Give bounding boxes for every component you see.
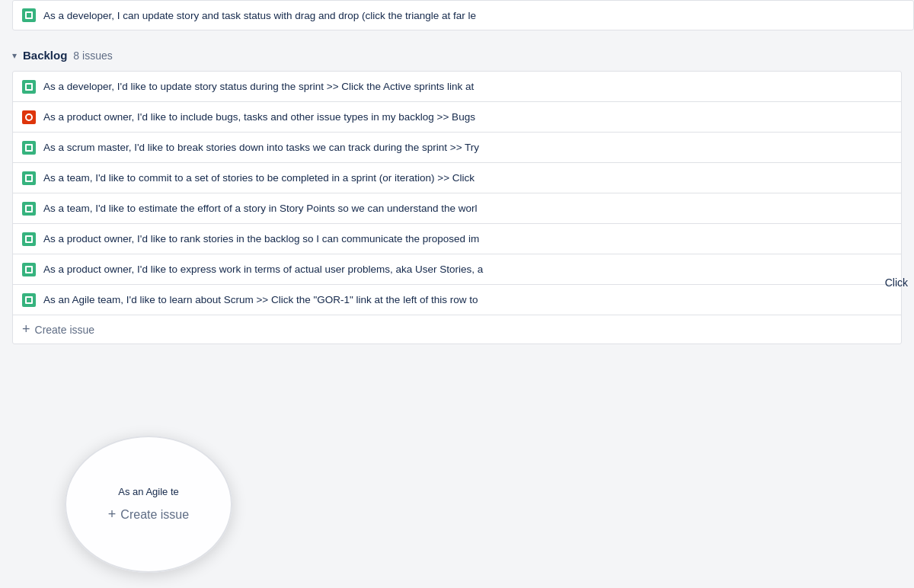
top-partial-issue-row[interactable]: As a developer, I can update story and t… xyxy=(12,0,914,30)
page-container: As a developer, I can update story and t… xyxy=(0,0,914,588)
story-icon-1 xyxy=(22,80,36,94)
issue-row-4[interactable]: As a team, I'd like to commit to a set o… xyxy=(13,163,901,193)
issue-row-6[interactable]: As a product owner, I'd like to rank sto… xyxy=(13,224,901,254)
story-icon-7 xyxy=(22,263,36,276)
bug-icon-2 xyxy=(22,110,36,124)
story-icon-4 xyxy=(22,171,36,185)
story-icon xyxy=(22,8,36,22)
spotlight-create-issue: + Create issue xyxy=(108,507,189,522)
story-icon-3 xyxy=(22,141,36,155)
story-icon-inner-3 xyxy=(25,144,33,152)
click-label: Click xyxy=(879,273,914,292)
spotlight-circle: As an Agile te + Create issue xyxy=(65,436,232,573)
issue-row-5[interactable]: As a team, I'd like to estimate the effo… xyxy=(13,193,901,224)
create-issue-plus-icon: + xyxy=(22,321,30,337)
spotlight-hint-text: As an Agile te xyxy=(106,486,191,497)
backlog-chevron-icon[interactable]: ▾ xyxy=(12,50,17,61)
backlog-title: Backlog xyxy=(23,49,67,62)
issue-text-7: As a product owner, I'd like to express … xyxy=(43,264,892,275)
story-icon-6 xyxy=(22,232,36,246)
story-icon-inner xyxy=(25,11,33,19)
issue-row-7[interactable]: As a product owner, I'd like to express … xyxy=(13,254,901,285)
issue-text-3: As a scrum master, I'd like to break sto… xyxy=(43,142,892,153)
story-icon-5 xyxy=(22,202,36,216)
spotlight-overlay: As an Agile te + Create issue xyxy=(0,405,289,588)
story-icon-inner-7 xyxy=(25,266,33,273)
story-icon-inner-8 xyxy=(25,296,33,304)
create-issue-row[interactable]: + Create issue xyxy=(13,315,901,344)
create-issue-label: Create issue xyxy=(35,324,95,336)
issue-row-3[interactable]: As a scrum master, I'd like to break sto… xyxy=(13,133,901,163)
issue-text-8: As an Agile team, I'd like to learn abou… xyxy=(43,294,892,305)
issue-row-1[interactable]: As a developer, I'd like to update story… xyxy=(13,72,901,102)
top-partial-issue-text: As a developer, I can update story and t… xyxy=(43,10,904,21)
issue-text-4: As a team, I'd like to commit to a set o… xyxy=(43,172,892,184)
story-icon-inner-5 xyxy=(25,205,33,213)
issue-text-6: As a product owner, I'd like to rank sto… xyxy=(43,233,892,244)
backlog-issues-list: As a developer, I'd like to update story… xyxy=(12,71,902,344)
backlog-issue-count: 8 issues xyxy=(73,50,112,62)
story-icon-8 xyxy=(22,293,36,307)
spotlight-create-label: Create issue xyxy=(120,508,189,522)
issue-text-2: As a product owner, I'd like to include … xyxy=(43,111,892,123)
issue-row-8[interactable]: As an Agile team, I'd like to learn abou… xyxy=(13,285,901,315)
backlog-header: ▾ Backlog 8 issues xyxy=(0,37,914,71)
story-icon-inner-4 xyxy=(25,174,33,182)
issue-row-2[interactable]: As a product owner, I'd like to include … xyxy=(13,102,901,133)
story-icon-inner-1 xyxy=(25,83,33,91)
issue-text-1: As a developer, I'd like to update story… xyxy=(43,81,892,92)
issue-text-5: As a team, I'd like to estimate the effo… xyxy=(43,203,892,214)
bug-icon-inner-2 xyxy=(25,113,33,121)
story-icon-inner-6 xyxy=(25,235,33,243)
spotlight-plus-icon: + xyxy=(108,507,117,522)
